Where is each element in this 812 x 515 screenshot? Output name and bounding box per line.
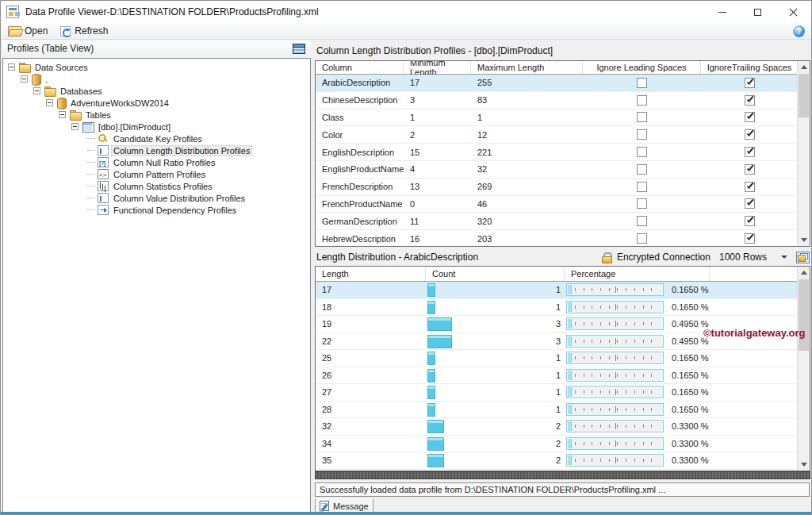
table-row[interactable]: ArabicDescription17255 bbox=[316, 75, 810, 92]
percentage-gauge bbox=[566, 454, 664, 467]
table-row[interactable]: 1810.1650 % bbox=[316, 299, 810, 317]
tree-item-candidate-key-profiles[interactable]: Candidate Key Profiles bbox=[3, 133, 310, 144]
tree-item-column-value-distribution-profiles[interactable]: Column Value Distribution Profiles bbox=[3, 192, 310, 204]
ignore-leading-checkbox[interactable] bbox=[637, 112, 647, 122]
count-bar bbox=[427, 403, 435, 417]
tree-item-dimproduct[interactable]: [dbo].[DimProduct] bbox=[3, 121, 310, 133]
ignore-leading-checkbox[interactable] bbox=[637, 182, 647, 192]
tree-item-functional-dependency-profiles[interactable]: Functional Dependency Profiles bbox=[3, 204, 310, 216]
maximize-icon bbox=[754, 9, 761, 16]
collapse-icon[interactable] bbox=[46, 99, 53, 106]
scroll-down-icon[interactable] bbox=[798, 459, 810, 471]
help-icon[interactable] bbox=[793, 25, 805, 37]
status-bar: Successfully loaded data profile from D:… bbox=[315, 482, 810, 497]
scrollbar-thumb[interactable] bbox=[799, 279, 809, 351]
lock-icon bbox=[601, 252, 611, 263]
scrollbar-thumb[interactable] bbox=[799, 74, 809, 117]
tree-item-server[interactable]: . bbox=[3, 73, 310, 85]
ignore-leading-header[interactable]: Ignore Leading Spaces bbox=[583, 61, 701, 74]
scroll-up-icon[interactable] bbox=[798, 61, 810, 73]
max-length-header[interactable]: Maximum Length bbox=[471, 61, 583, 74]
tree-item-column-null-ratio-profiles[interactable]: Column Null Ratio Profiles bbox=[3, 156, 310, 168]
min-length-header[interactable]: Minimum Length bbox=[404, 61, 471, 74]
tree-item-adventureworksdw2014[interactable]: AdventureWorksDW2014 bbox=[3, 97, 310, 109]
toolbar: Open Refresh bbox=[2, 23, 810, 40]
scroll-up-icon[interactable] bbox=[798, 267, 810, 279]
table-row[interactable]: EnglishDescription15221 bbox=[316, 144, 810, 161]
ignore-trailing-checkbox[interactable] bbox=[745, 216, 755, 226]
collapse-icon[interactable] bbox=[71, 123, 79, 130]
bottom-grid-vertical-scrollbar[interactable] bbox=[797, 267, 810, 471]
profiles-panel-header: Profiles (Table View) bbox=[2, 40, 311, 56]
table-row[interactable]: FrenchDescription13269 bbox=[316, 179, 810, 196]
ignore-leading-checkbox[interactable] bbox=[637, 164, 647, 175]
tree-item-column-length-distribution-profiles[interactable]: Column Length Distribution Profiles bbox=[3, 144, 310, 156]
ignore-trailing-checkbox[interactable] bbox=[745, 112, 755, 122]
tree-item-databases[interactable]: Databases bbox=[3, 85, 310, 97]
table-row[interactable]: 2810.1650 % bbox=[316, 402, 810, 419]
folder-icon bbox=[19, 62, 30, 72]
ignore-trailing-checkbox[interactable] bbox=[745, 78, 755, 88]
ignore-trailing-checkbox[interactable] bbox=[745, 198, 755, 209]
table-view-button[interactable] bbox=[290, 42, 308, 55]
top-grid-title: Column Length Distribution Profiles - [d… bbox=[316, 43, 810, 59]
title-bar: Data Profile Viewer-D:\DESTINATION FOLDE… bbox=[1, 1, 811, 23]
ignore-leading-checkbox[interactable] bbox=[637, 129, 647, 140]
table-row[interactable]: FrenchProductName046 bbox=[316, 196, 810, 213]
collapse-icon[interactable] bbox=[33, 87, 40, 94]
table-row[interactable]: Class11 bbox=[316, 110, 810, 127]
table-row[interactable]: 2510.1650 % bbox=[316, 350, 810, 367]
bottom-grid-horizontal-scrollbar[interactable] bbox=[315, 471, 810, 479]
count-header[interactable]: Count bbox=[426, 267, 565, 281]
tree-item-tables[interactable]: Tables bbox=[3, 109, 310, 121]
collapse-icon[interactable] bbox=[8, 63, 15, 71]
null-ratio-icon bbox=[98, 157, 109, 167]
table-row[interactable]: 3420.3300 % bbox=[316, 436, 810, 453]
count-bar bbox=[427, 283, 435, 297]
count-bar bbox=[427, 301, 435, 314]
length-distribution-grid: Length Count Percentage 1710.1650 % 1810… bbox=[315, 266, 810, 471]
table-row[interactable]: Color212 bbox=[316, 126, 810, 144]
table-row[interactable]: 3220.3300 % bbox=[316, 418, 810, 436]
ignore-trailing-checkbox[interactable] bbox=[745, 164, 755, 175]
refresh-button[interactable]: Refresh bbox=[54, 23, 114, 39]
percentage-gauge bbox=[566, 335, 664, 348]
ignore-leading-checkbox[interactable] bbox=[637, 198, 647, 209]
ignore-leading-checkbox[interactable] bbox=[637, 78, 647, 88]
collapse-icon[interactable] bbox=[21, 75, 28, 83]
ignore-trailing-checkbox[interactable] bbox=[745, 147, 755, 157]
length-header[interactable]: Length bbox=[316, 267, 426, 281]
ignore-trailing-checkbox[interactable] bbox=[745, 233, 755, 244]
table-row[interactable]: ChineseDescription383 bbox=[316, 92, 810, 110]
table-row[interactable]: GermanDescription11320 bbox=[316, 213, 810, 230]
table-row[interactable]: HebrewDescription16203 bbox=[316, 230, 810, 247]
refresh-label: Refresh bbox=[75, 25, 108, 37]
table-row[interactable]: 3520.3300 % bbox=[316, 452, 810, 470]
percentage-header[interactable]: Percentage bbox=[565, 267, 710, 281]
ignore-trailing-checkbox[interactable] bbox=[745, 95, 755, 106]
open-button[interactable]: Open bbox=[2, 23, 54, 39]
tree-item-column-statistics-profiles[interactable]: Column Statistics Profiles bbox=[3, 180, 310, 192]
table-row[interactable]: 1710.1650 % bbox=[316, 282, 810, 299]
drilldown-icon[interactable] bbox=[796, 252, 810, 263]
table-row[interactable]: 2710.1650 % bbox=[316, 384, 810, 402]
tree-item-column-pattern-profiles[interactable]: Column Pattern Profiles bbox=[3, 168, 310, 180]
close-button[interactable] bbox=[776, 1, 811, 23]
table-row[interactable]: EnglishProductName432 bbox=[316, 161, 810, 179]
ignore-trailing-checkbox[interactable] bbox=[745, 129, 755, 140]
minimize-button[interactable] bbox=[704, 1, 740, 23]
maximize-button[interactable] bbox=[740, 1, 776, 23]
ignore-leading-checkbox[interactable] bbox=[637, 216, 647, 226]
ignore-trailing-checkbox[interactable] bbox=[745, 182, 755, 192]
ignore-trailing-header[interactable]: IgnoreTrailing Spaces bbox=[701, 61, 799, 74]
table-row[interactable]: 2610.1650 % bbox=[316, 367, 810, 385]
tree-item-data-sources[interactable]: Data Sources bbox=[3, 61, 310, 73]
ignore-leading-checkbox[interactable] bbox=[637, 233, 647, 244]
rows-count-dropdown[interactable]: 1000 Rows bbox=[716, 251, 791, 263]
top-grid-vertical-scrollbar[interactable] bbox=[797, 61, 810, 246]
collapse-icon[interactable] bbox=[59, 111, 66, 118]
column-header[interactable]: Column bbox=[316, 61, 404, 74]
ignore-leading-checkbox[interactable] bbox=[637, 95, 647, 106]
scroll-down-icon[interactable] bbox=[798, 234, 810, 246]
ignore-leading-checkbox[interactable] bbox=[637, 147, 647, 157]
